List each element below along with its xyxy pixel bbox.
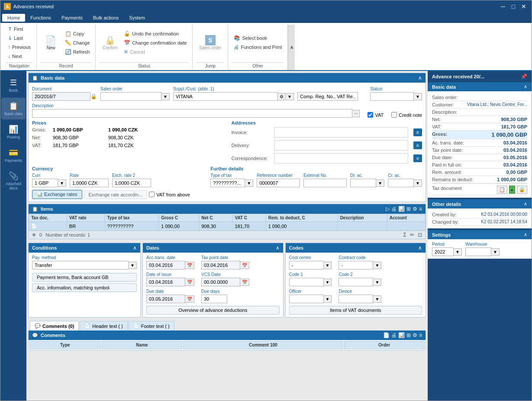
suppl-cust-input[interactable]: [173, 92, 278, 101]
cost-centre-dropdown[interactable]: ▼: [324, 262, 332, 269]
tax-point-date-cal[interactable]: 📅: [240, 262, 249, 269]
comments-add-btn[interactable]: 📄: [383, 332, 390, 338]
vcs-date-input[interactable]: [201, 278, 240, 286]
dates-collapse[interactable]: ∧: [276, 245, 280, 251]
right-settings-collapse[interactable]: ∧: [524, 232, 527, 237]
items-sum-btn[interactable]: Σ: [403, 232, 406, 238]
status-input[interactable]: [370, 92, 414, 101]
invoice-expand-btn[interactable]: ≡: [413, 128, 422, 136]
officer-input[interactable]: [289, 295, 324, 303]
sidebar-item-basic-data[interactable]: 📋 Basic data: [1, 98, 26, 119]
sidebar-item-payments[interactable]: 💳 Payments: [1, 144, 26, 166]
cost-centre-input[interactable]: [289, 261, 324, 269]
menu-home[interactable]: Home: [2, 14, 25, 22]
items-chart-btn[interactable]: 📊: [398, 206, 405, 212]
code1-dropdown[interactable]: ▼: [324, 279, 332, 286]
comments-print-btn[interactable]: 🖨: [391, 332, 397, 338]
due-days-input[interactable]: [201, 295, 227, 303]
comments-menu-btn[interactable]: ≡: [419, 332, 422, 338]
previous-button[interactable]: ↑ Previous: [6, 43, 33, 51]
items-vat-btn[interactable]: Items of VAT documents: [289, 306, 422, 314]
tax-doc-btn1[interactable]: 📋: [497, 186, 507, 194]
new-button[interactable]: 📄 New: [40, 33, 62, 52]
pay-method-input[interactable]: [32, 261, 129, 269]
settings-period-dropdown[interactable]: ▼: [454, 248, 462, 256]
copy-button[interactable]: 📋 Copy: [63, 29, 92, 38]
comments-settings-btn[interactable]: ⚙: [413, 332, 417, 338]
change-button[interactable]: ✏️ Change: [63, 38, 92, 47]
due-date-input[interactable]: [146, 295, 185, 303]
exchange-rates-btn[interactable]: 📊 Exchange rates: [32, 190, 82, 199]
date-of-issue-input[interactable]: [146, 278, 185, 286]
description-input[interactable]: [32, 109, 352, 118]
device-input[interactable]: [339, 295, 373, 303]
change-confirmation-date-button[interactable]: 📅 Change confirmation date: [122, 38, 189, 47]
right-panel-pin-btn[interactable]: 📌: [521, 74, 527, 80]
refresh-button[interactable]: 🔄 Refresh: [63, 48, 92, 56]
menu-functions[interactable]: Functions: [25, 14, 56, 22]
cr-ac-input[interactable]: [388, 179, 414, 187]
tax-doc-btn2[interactable]: ▪: [509, 186, 515, 194]
confirm-button[interactable]: 🔒 Confirm: [99, 33, 121, 52]
payment-terms-btn[interactable]: Payment terms, Bank account GB: [32, 273, 137, 282]
rate-input[interactable]: [70, 179, 109, 187]
overview-btn[interactable]: Overview of advance deductions: [146, 306, 280, 314]
settings-warehouse-dropdown[interactable]: ▼: [491, 248, 500, 256]
basic-data-collapse[interactable]: ∧: [418, 75, 422, 81]
date-of-issue-cal[interactable]: 📅: [185, 279, 194, 286]
cancel-button[interactable]: ✖ Cancel: [122, 48, 189, 56]
dr-ac-dropdown[interactable]: ▼: [376, 180, 384, 187]
sidebar-item-posting[interactable]: 📊 Posting: [1, 121, 26, 143]
tab-footer-text[interactable]: 📄 Footer text ( ): [129, 321, 174, 330]
pay-method-dropdown[interactable]: ▼: [129, 262, 137, 269]
comments-chart-btn[interactable]: 📊: [398, 332, 405, 338]
exch-rate-input[interactable]: [112, 179, 151, 187]
menu-system[interactable]: System: [124, 14, 150, 22]
sales-order-dropdown-btn[interactable]: ▼: [161, 93, 170, 100]
items-grid-btn[interactable]: ⊞: [406, 206, 411, 212]
acc-trans-date-input[interactable]: [146, 261, 185, 269]
menu-bulk-actions[interactable]: Bulk actions: [88, 14, 124, 22]
curr-input[interactable]: [32, 179, 58, 187]
right-other-details-collapse[interactable]: ∧: [524, 201, 527, 207]
contract-code-input[interactable]: [339, 261, 373, 269]
description-more-btn[interactable]: ···: [352, 110, 360, 117]
close-button[interactable]: ✕: [519, 2, 528, 11]
menu-payments[interactable]: Payments: [56, 14, 88, 22]
contract-code-dropdown[interactable]: ▼: [373, 262, 381, 269]
suppl-cust-dropdown-btn[interactable]: ▼: [286, 93, 294, 100]
cr-ac-dropdown[interactable]: ▼: [414, 180, 422, 187]
last-button[interactable]: ⇓ Last: [6, 34, 33, 42]
select-book-button[interactable]: 📚 Select book: [232, 34, 284, 42]
sidebar-item-attached-docs[interactable]: 📎 Attached docs: [1, 168, 26, 194]
vcs-date-cal[interactable]: 📅: [240, 279, 249, 286]
officer-dropdown[interactable]: ▼: [324, 295, 332, 303]
items-menu-btn[interactable]: ≡: [419, 206, 422, 212]
items-edit-btn[interactable]: ✏: [410, 232, 414, 238]
items-export-btn[interactable]: ⊡: [418, 232, 422, 238]
comp-reg-input[interactable]: [297, 92, 358, 101]
credit-note-checkbox[interactable]: [391, 112, 397, 118]
maximize-button[interactable]: □: [509, 2, 518, 11]
items-play-btn[interactable]: ▷: [386, 206, 390, 212]
conditions-collapse[interactable]: ∧: [133, 245, 137, 251]
tax-doc-lock-btn[interactable]: 🔒: [517, 186, 527, 194]
suppl-cust-settings-btn[interactable]: ⚙: [278, 93, 286, 100]
document-input[interactable]: [32, 92, 90, 101]
minimize-button[interactable]: ─: [499, 2, 507, 11]
functions-print-button[interactable]: 🖨 Functions and Print: [232, 43, 284, 51]
reference-number-input[interactable]: [257, 179, 300, 187]
codes-collapse[interactable]: ∧: [418, 245, 422, 251]
due-date-cal[interactable]: 📅: [185, 295, 194, 303]
tab-comments[interactable]: 💬 Comments (0): [30, 321, 79, 330]
sales-order-input[interactable]: [100, 92, 161, 101]
sales-order-button[interactable]: S Sales order: [196, 33, 224, 52]
tax-point-date-input[interactable]: [201, 261, 240, 269]
items-print-btn[interactable]: 🖨: [391, 206, 397, 212]
curr-dropdown-btn[interactable]: ▼: [58, 180, 66, 187]
vat-checkbox[interactable]: [368, 112, 373, 118]
exchange-rate-accord-btn[interactable]: Exchange rate accordin...: [84, 190, 148, 199]
code2-input[interactable]: [339, 278, 373, 286]
external-no-input[interactable]: [303, 179, 347, 187]
type-of-tax-input[interactable]: [210, 179, 245, 187]
